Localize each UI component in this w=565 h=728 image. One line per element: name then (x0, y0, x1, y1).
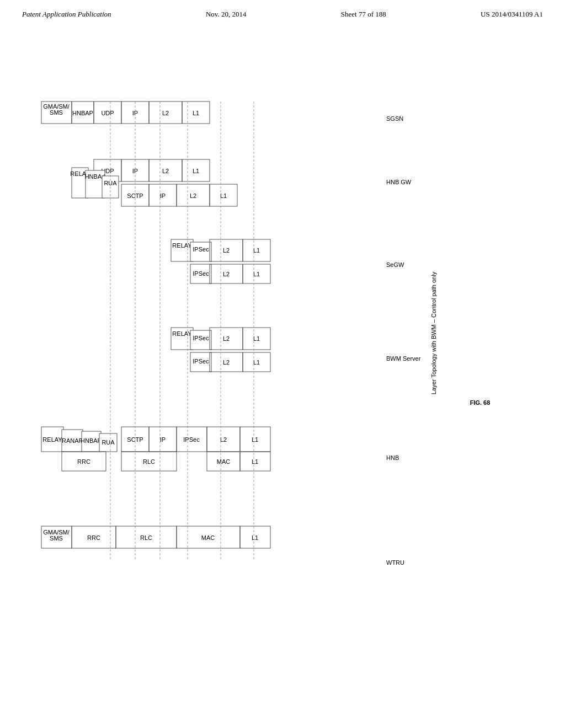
page-header: Patent Application Publication Nov. 20, … (0, 0, 565, 24)
segw-l2-1-label: L2 (223, 247, 230, 254)
svg-text:SMS: SMS (50, 535, 63, 542)
wtru-label: WTRU (386, 559, 404, 566)
publication-label: Patent Application Publication (22, 10, 111, 19)
hnbgw-l1-1-label: L1 (193, 168, 199, 174)
hnbgw-label: HNB GW (386, 179, 412, 185)
diagram-svg: text { font-family: Arial, sans-serif; f… (0, 30, 565, 703)
segw-l2-2-label: L2 (223, 271, 230, 277)
bwm-ipsec1-label: IPSec (193, 335, 209, 341)
hnb-ranap-label: RANAP (62, 437, 83, 444)
wtru-l1-label: L1 (252, 534, 258, 541)
bwm-ipsec2-label: IPSec (193, 358, 209, 365)
hnb-hnbap-label: HNBAP (81, 437, 102, 444)
sgsn-l1-label: L1 (193, 110, 199, 116)
hnb-rrc-label: RRC (77, 458, 90, 465)
bwm-l2-2-label: L2 (223, 359, 230, 366)
bwm-relay1-label: RELAY (172, 330, 192, 337)
hnbgw-l2-1-label: L2 (162, 168, 169, 174)
hnb-rlc-label: RLC (143, 458, 155, 465)
segw-ipsec1-label: IPSec (193, 246, 209, 253)
hnb-ipsec-label: IPSec (183, 436, 200, 443)
hnb-l1b-label: L1 (252, 458, 258, 465)
wtru-mac-label: MAC (201, 534, 215, 541)
segw-relay1-label: RELAY (172, 242, 192, 249)
date-label: Nov. 20, 2014 (206, 10, 247, 19)
bwm-l1-1-label: L1 (253, 335, 260, 342)
hnb-l2-label: L2 (220, 436, 227, 443)
segw-ipsec2-label: IPSec (193, 270, 209, 277)
bwm-l1-2-label: L1 (253, 359, 260, 366)
hnb-relay-label: RELAY (42, 436, 62, 443)
diagram-area: text { font-family: Arial, sans-serif; f… (0, 30, 565, 703)
hnbgw-l1-2-label: L1 (220, 192, 227, 199)
segw-l1-1-label: L1 (253, 247, 260, 254)
sgsn-hnbap-label: HNBAP (72, 110, 93, 116)
wtru-rrc-label: RRC (87, 534, 100, 541)
hnb-rua-label: RUA (102, 439, 115, 446)
sgsn-udp-label: UDP (101, 110, 114, 116)
sheet-label: Sheet 77 of 188 (341, 10, 386, 19)
segw-label: SeGW (386, 261, 404, 268)
bwm-label: BWM Server (386, 355, 421, 362)
svg-text:SMS: SMS (50, 109, 63, 116)
fig-number: FIG. 68 (470, 399, 491, 406)
hnb-label: HNB (386, 454, 399, 461)
sgsn-l2-label: L2 (162, 110, 169, 116)
hnb-ip-label: IP (160, 436, 166, 443)
hnbgw-ip2-label: IP (160, 192, 166, 199)
hnb-l1-label: L1 (252, 436, 258, 443)
hnb-mac-label: MAC (217, 458, 231, 465)
hnbgw-l2-2-label: L2 (190, 192, 196, 199)
wtru-rlc-label: RLC (140, 534, 152, 541)
patent-number: US 2014/0341109 A1 (481, 10, 543, 19)
sgsn-label: SGSN (386, 115, 403, 122)
bwm-l2-1-label: L2 (223, 335, 230, 342)
segw-l1-2-label: L1 (253, 271, 260, 277)
fig-caption: Layer Topology with BWM – Control path o… (430, 271, 437, 394)
